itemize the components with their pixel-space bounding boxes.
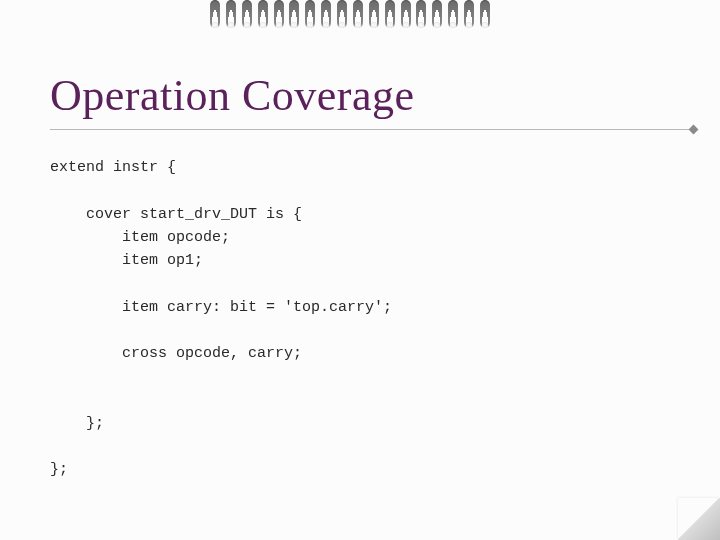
code-line: item op1; xyxy=(50,252,203,269)
spiral-ring xyxy=(226,0,236,28)
spiral-ring xyxy=(480,0,490,28)
code-block: extend instr { cover start_drv_DUT is { … xyxy=(50,156,700,482)
spiral-ring xyxy=(321,0,331,28)
code-line: item carry: bit = 'top.carry'; xyxy=(50,299,392,316)
spiral-ring xyxy=(289,0,299,28)
title-underline xyxy=(50,129,694,130)
slide-page: Operation Coverage extend instr { cover … xyxy=(20,30,700,520)
spiral-ring xyxy=(369,0,379,28)
spiral-ring xyxy=(258,0,268,28)
spiral-ring xyxy=(305,0,315,28)
spiral-ring xyxy=(416,0,426,28)
code-line: extend instr { xyxy=(50,159,176,176)
spiral-ring xyxy=(464,0,474,28)
code-line: }; xyxy=(50,461,68,478)
code-line: item opcode; xyxy=(50,229,230,246)
spiral-ring xyxy=(448,0,458,28)
spiral-ring xyxy=(432,0,442,28)
code-line: }; xyxy=(50,415,104,432)
spiral-ring xyxy=(337,0,347,28)
spiral-ring xyxy=(274,0,284,28)
spiral-ring xyxy=(353,0,363,28)
code-line: cross opcode, carry; xyxy=(50,345,302,362)
spiral-ring xyxy=(385,0,395,28)
page-fold-corner xyxy=(678,498,720,540)
spiral-ring xyxy=(242,0,252,28)
page-title: Operation Coverage xyxy=(50,70,700,121)
spiral-ring xyxy=(401,0,411,28)
code-line: cover start_drv_DUT is { xyxy=(50,206,302,223)
spiral-ring xyxy=(210,0,220,28)
spiral-binding xyxy=(210,0,490,32)
